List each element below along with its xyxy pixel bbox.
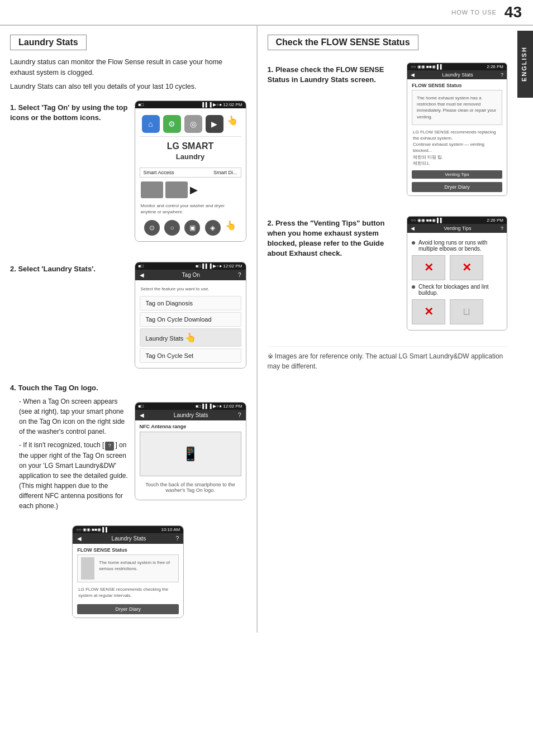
phone3-wrap: ■□ ■□ ▌▌ ▌▶○● 12:02 PM ◀ Laundry Stats ?… xyxy=(135,396,246,506)
right-phone1-status-bar: ○○ ◉◉ ■■◉ ▌▌ 2:26 PM xyxy=(407,63,507,70)
x-mark-1: ✕ xyxy=(424,261,434,274)
phone4-question: ? xyxy=(176,535,179,542)
intro-text-1: Laundry status can monitor the Flow Sens… xyxy=(10,57,246,78)
right-phone2-title: Venting Tips xyxy=(444,226,471,231)
phone2-select-text: Select the feature you want to use. xyxy=(140,284,241,294)
phone1-smart-access: Smart Access Smart Di... xyxy=(140,168,241,178)
right-phone1-icons: ○○ ◉◉ ■■◉ ▌▌ xyxy=(411,64,443,69)
right-phone-screenshot-2: ○○ ◉◉ ■■◉ ▌▌ 2:26 PM ◀ Venting Tips ? Av… xyxy=(407,216,507,331)
vent-tube-icon: ⊔ xyxy=(463,305,470,318)
phone2-wrap: ■□ ■□ ▌▌ ▌▶○● 12:02 PM ◀ Tag On ? Select… xyxy=(135,256,246,374)
phone1-desc-text: Monitor and control your washer and drye… xyxy=(140,200,241,217)
right-phone1-venting-tips-btn[interactable]: Venting Tips xyxy=(412,170,502,179)
step2-label: 2. Select 'Laundry Stats'. xyxy=(10,264,129,274)
phone1-title: LG SMARTLaundry xyxy=(140,137,241,166)
phone-screenshot-2: ■□ ■□ ▌▌ ▌▶○● 12:02 PM ◀ Tag On ? Select… xyxy=(135,262,246,369)
right-phone1-back: ◀ xyxy=(411,72,415,78)
phone1-status: ▌▌ ▌▶○● 12:02 PM xyxy=(202,102,242,107)
right-phone2-icons: ○○ ◉◉ ■■◉ ▌▌ xyxy=(411,218,443,223)
phone3-title: Laundry Stats xyxy=(174,412,208,418)
venting-x-diagrams: ✕ ✕ xyxy=(412,255,502,280)
phone4-dryer-diary-btn[interactable]: Dryer Diary xyxy=(77,604,179,614)
phone1-status-bar: ■□ ▌▌ ▌▶○● 12:02 PM xyxy=(135,101,246,108)
right-phone1-wrap: ○○ ◉◉ ■■◉ ▌▌ 2:26 PM ◀ Laundry Stats ? F… xyxy=(407,57,507,202)
step4-sub1: - When a Tag On screen appears (see at r… xyxy=(19,396,129,437)
note-text: ※ Images are for reference only. The act… xyxy=(268,346,508,371)
right-phone1-question: ? xyxy=(501,72,503,78)
phone3-center-text: Touch the back of the smartphone to the … xyxy=(140,480,241,496)
phone2-menu-laundry-stats[interactable]: Laundry Stats 👆 xyxy=(140,328,241,347)
phone1-wrap: ■□ ▌▌ ▌▶○● 12:02 PM ⌂ ⚙ ◎ ▶ 👆 LG SMARTLa… xyxy=(135,95,246,247)
phone3-status-bar: ■□ ■□ ▌▌ ▌▶○● 12:02 PM xyxy=(135,403,246,410)
x-mark-3: ✕ xyxy=(424,305,434,318)
phone4-status-text-2: LG FLOW SENSE recommends checking the sy… xyxy=(77,584,179,601)
venting-tip1-text: Avoid long runs or runs with multiple el… xyxy=(418,240,502,252)
phone4-header: ◀ Laundry Stats ? xyxy=(73,533,183,544)
venting-diagram-2: ✕ xyxy=(450,255,483,280)
phone2-menu-diagnosis[interactable]: Tag on Diagnosis xyxy=(140,296,241,310)
venting-diagram-3: ✕ xyxy=(412,299,445,324)
right-phone1-header: ◀ Laundry Stats ? xyxy=(407,70,507,79)
phone4-status-row: The home exhaust system is free of serio… xyxy=(81,557,175,580)
step2-row: 2. Select 'Laundry Stats'. ■□ ■□ ▌▌ ▌▶○●… xyxy=(10,256,246,374)
venting-tip2-text: Check for blockages and lint buildup. xyxy=(418,284,502,296)
right-step2-row: 2. Press the "Venting Tips" button when … xyxy=(268,210,508,336)
right-phone1-dryer-diary[interactable]: Dryer Diary xyxy=(412,182,502,192)
phone3-back: ◀ xyxy=(140,412,144,418)
right-phone2-wrap: ○○ ◉◉ ■■◉ ▌▌ 2:26 PM ◀ Venting Tips ? Av… xyxy=(407,210,507,336)
phone4-title: Laundry Stats xyxy=(112,535,146,542)
phone1-app-icons: ⌂ ⚙ ◎ ▶ 👆 xyxy=(140,112,241,137)
step4-label: 4. Touch the Tag On logo. xyxy=(10,383,246,393)
phone2-menu-cycle-set[interactable]: Tag On Cycle Set xyxy=(140,348,241,363)
right-phone1-title: Laundry Stats xyxy=(442,72,473,78)
phone4-body: FLOW SENSE Status The home exhaust syste… xyxy=(73,544,183,618)
right-phone2-back: ◀ xyxy=(411,226,415,231)
phone-screenshot-1: ■□ ▌▌ ▌▶○● 12:02 PM ⌂ ⚙ ◎ ▶ 👆 LG SMARTLa… xyxy=(135,101,246,241)
phone3-icons: ■□ xyxy=(139,404,144,409)
phone1-play-icon: ▶ xyxy=(190,184,198,196)
phone1-icon-3: ▣ xyxy=(184,220,200,236)
phone4-time: 10:10 AM xyxy=(161,527,180,532)
phone1-washer-img xyxy=(141,181,163,198)
venting-bullet1: Avoid long runs or runs with multiple el… xyxy=(412,240,502,252)
phone2-menu-cycle-download[interactable]: Tag On Cycle Download xyxy=(140,312,241,327)
right-phone1-body: FLOW SENSE Status The home exhaust syste… xyxy=(407,79,507,195)
step1-text: 1. Select 'Tag On' by using the top icon… xyxy=(10,95,129,126)
step4-sub2: - If it isn't recognized, touch [?] on t… xyxy=(19,440,129,511)
phone4-icons: ○○ ◉◉ ■■◉ ▌▌ xyxy=(76,527,108,532)
right-step2-text: 2. Press the "Venting Tips" button when … xyxy=(268,210,402,262)
right-step1-row: 1. Please check the FLOW SENSE Status in… xyxy=(268,57,508,202)
cursor-icon-2: 👆 xyxy=(225,220,236,236)
phone1-icon-4: ◈ xyxy=(205,220,221,236)
laundry-stats-header: Laundry Stats xyxy=(10,35,87,50)
phone2-header: ◀ Tag On ? xyxy=(135,270,246,280)
phone1-body: ⌂ ⚙ ◎ ▶ 👆 LG SMARTLaundry Smart Access S… xyxy=(135,108,246,241)
phone3-header: ◀ Laundry Stats ? xyxy=(135,410,246,420)
cursor-icon-3: 👆 xyxy=(185,333,196,342)
x-mark-2: ✕ xyxy=(462,261,472,274)
phone4-container: ○○ ◉◉ ■■◉ ▌▌ 10:10 AM ◀ Laundry Stats ? … xyxy=(10,520,246,624)
phone2-title: Tag On xyxy=(182,272,200,278)
phone4-flow-sense-label: FLOW SENSE Status xyxy=(77,547,179,553)
right-step2-label: 2. Press the "Venting Tips" button when … xyxy=(268,218,402,259)
phone2-question: ? xyxy=(238,272,241,278)
venting-check-diagrams: ✕ ⊔ xyxy=(412,299,502,324)
venting-diagram-1: ✕ xyxy=(412,255,445,280)
right-step1-label: 1. Please check the FLOW SENSE Status in… xyxy=(268,65,402,85)
app-icon-4: ▶ xyxy=(206,115,223,133)
phone1-bottom-icons: ⊙ ○ ▣ ◈ 👆 xyxy=(140,218,241,238)
right-phone2-time: 2:26 PM xyxy=(487,218,503,223)
phone1-dryer-img xyxy=(165,181,188,198)
step4-row: - When a Tag On screen appears (see at r… xyxy=(10,396,246,511)
intro-text-2: Laundry Stats can also tell you details … xyxy=(10,82,246,92)
phone3-nfc-diagram: 📱 xyxy=(140,432,241,476)
right-phone2-body: Avoid long runs or runs with multiple el… xyxy=(407,233,507,330)
right-phone1-extra-lines: LG FLOW SENSE recommends replacing the e… xyxy=(412,127,502,169)
phone3-question: ? xyxy=(238,412,241,418)
cursor-icon-1: 👆 xyxy=(227,115,238,133)
right-phone1-time: 2:26 PM xyxy=(487,64,503,69)
top-bar: HOW TO USE 43 xyxy=(0,0,533,25)
page-number: 43 xyxy=(505,3,522,21)
bullet-dot-2 xyxy=(412,285,415,289)
phone4-status-1: The home exhaust system is free of serio… xyxy=(77,554,179,582)
